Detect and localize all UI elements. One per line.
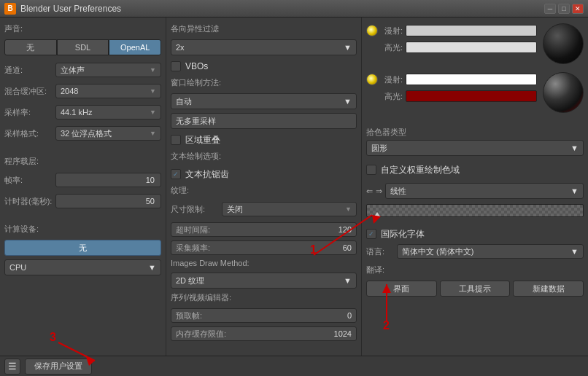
light-icon-2 [366,74,378,85]
titlebar: B Blender User Preferences ─ □ ✕ [0,0,588,17]
vbos-label: VBOs [185,61,208,71]
intl-font-checkbox[interactable] [366,229,376,239]
sample-format-arrow: ▼ [150,130,156,137]
prefetch-field[interactable]: 预取帧: 0 [171,308,357,323]
images-draw-dropdown[interactable]: 2D 纹理 ▼ [171,273,357,289]
collect-rate-field[interactable]: 采集频率: 60 [171,240,357,255]
sample-rate-label: 采样率: [4,107,55,118]
maximize-button[interactable]: □ [558,4,570,14]
program-layers-label: 程序载层: [4,156,161,167]
gradient-mode-dropdown[interactable]: 线性 ▼ [385,183,584,199]
translate-label: 翻译: [366,265,392,275]
gradient-mode-arrow: ▼ [570,187,579,195]
diffuse-label-2: 漫射: [381,74,403,85]
timer-label: 计时器(毫秒): [4,196,55,207]
window-draw-label: 窗口绘制方法: [171,77,357,88]
size-limit-dropdown[interactable]: 关闭 ▼ [222,202,357,216]
close-button[interactable]: ✕ [572,4,584,14]
diffuse-swatch-1[interactable] [406,25,537,36]
size-limit-row: 尺寸限制: 关闭 ▼ [171,201,357,217]
timeout-field[interactable]: 超时间隔: 120 [171,222,357,237]
diffuse-swatch-2[interactable] [406,74,537,85]
text-antialias-label: 文本抗锯齿 [185,168,229,181]
intl-font-row: 国际化字体 [366,227,584,241]
text-antialias-row: 文本抗锯齿 [171,167,357,181]
prefetch-value: 0 [347,311,352,320]
main-content: 声音: 无 SDL OpenAL 通道: 立体声 ▼ 混合缓冲区: 2048 ▼… [0,17,588,356]
picker-type-section: 拾色器类型 圆形 ▼ [366,127,584,156]
diffuse-label-1: 漫射: [381,26,403,36]
channel-row: 通道: 立体声 ▼ [4,62,161,78]
audio-openal-btn[interactable]: OpenAL [109,39,161,55]
specular-label-2: 高光: [381,91,403,102]
audio-sdl-btn[interactable]: SDL [57,39,109,55]
aniso-dropdown[interactable]: 2x ▼ [171,39,357,55]
sample-format-dropdown[interactable]: 32 位浮点格式 ▼ [55,126,161,141]
interface-btn[interactable]: 界面 [366,281,437,297]
left-panel: 声音: 无 SDL OpenAL 通道: 立体声 ▼ 混合缓冲区: 2048 ▼… [0,17,166,356]
channel-label: 通道: [4,65,55,76]
aniso-arrow: ▼ [344,43,352,52]
audio-button-group: 无 SDL OpenAL [4,39,161,55]
region-overlap-checkbox[interactable] [171,135,181,145]
frame-rate-label: 帧率: [4,175,55,186]
texture-section-label: 纹理: [171,185,357,196]
cpu-dropdown[interactable]: CPU ▼ [4,259,161,275]
spacer-1 [366,42,378,53]
lang-dropdown[interactable]: 简体中文 (简体中文) ▼ [397,244,584,259]
picker-type-arrow: ▼ [570,144,579,152]
custom-weight-checkbox[interactable] [366,165,376,175]
sample-rate-dropdown[interactable]: 44.1 kHz ▼ [55,105,161,120]
vbos-checkbox[interactable] [171,61,181,71]
save-user-settings-btn[interactable]: 保存用户设置 [25,359,92,375]
mid-panel: 各向异性过滤 2x ▼ VBOs 窗口绘制方法: 自动 ▼ 无多重采样 区域重叠… [166,17,362,356]
text-antialias-checkbox[interactable] [171,169,181,179]
compute-device-section-label: 计算设备: [4,224,161,235]
text-draw-label: 文本绘制选项: [171,151,357,162]
window-draw-dropdown[interactable]: 自动 ▼ [171,93,357,109]
multisample-dropdown[interactable]: 无多重采样 [171,113,357,129]
timer-field[interactable]: 50 [55,194,161,208]
new-data-btn[interactable]: 新建数据 [513,281,584,297]
sample-rate-row: 采样率: 44.1 kHz ▼ [4,104,161,120]
frame-rate-field[interactable]: 10 [55,173,161,187]
cpu-arrow: ▼ [148,263,156,272]
minimize-button[interactable]: ─ [544,4,556,14]
specular-swatch-2[interactable] [406,90,537,102]
sample-format-label: 采样格式: [4,128,55,139]
seq-video-label: 序列/视频编辑器: [171,292,357,303]
window-draw-arrow: ▼ [344,97,352,106]
bottom-bar: ☰ 保存用户设置 [0,356,588,376]
images-draw-arrow: ▼ [344,276,352,285]
timeout-value: 120 [339,225,352,234]
sphere-preview-2 [543,72,584,113]
specular-row-1: 高光: [366,40,537,55]
audio-section-label: 声音: [4,23,161,34]
separator-1 [4,146,161,152]
mix-buffer-row: 混合缓冲区: 2048 ▼ [4,83,161,99]
gradient-arrow-right: ⇒ [376,187,382,196]
picker-type-dropdown[interactable]: 圆形 ▼ [366,140,584,156]
bottom-icon-btn[interactable]: ☰ [4,359,20,375]
audio-none-btn[interactable]: 无 [4,39,57,55]
mem-cache-label: 内存缓存限值: [176,329,226,340]
compute-none-button[interactable]: 无 [4,240,161,256]
app-icon: B [4,3,16,15]
spacer-2 [366,90,378,102]
channel-dropdown[interactable]: 立体声 ▼ [55,63,161,77]
separator-2 [4,214,161,220]
images-draw-section-label: Images Draw Method: [171,259,357,267]
specular-swatch-1[interactable] [406,42,537,53]
mem-cache-value: 1024 [334,329,352,338]
size-limit-arrow: ▼ [345,205,352,213]
window-controls: ─ □ ✕ [544,4,584,14]
right-panel: 漫射: 高光: 漫射: [362,17,588,356]
sample-format-row: 采样格式: 32 位浮点格式 ▼ [4,125,161,141]
gradient-preview[interactable] [366,204,584,217]
mem-cache-field[interactable]: 内存缓存限值: 1024 [171,326,357,341]
mix-buffer-field[interactable]: 2048 ▼ [55,84,161,98]
lang-arrow: ▼ [570,247,579,256]
tooltip-btn[interactable]: 工具提示 [440,281,511,297]
translate-action-buttons: 界面 工具提示 新建数据 [366,281,584,297]
picker-type-label: 拾色器类型 [366,127,584,138]
